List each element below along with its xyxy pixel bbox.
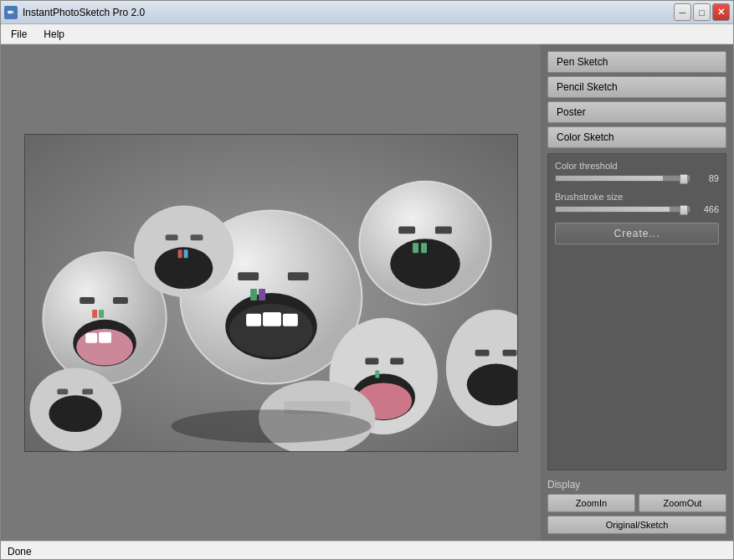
brushstroke-row: Brushstroke size 466 [555, 192, 719, 214]
svg-rect-29 [421, 243, 427, 253]
svg-rect-9 [238, 272, 259, 280]
svg-rect-37 [502, 349, 516, 356]
svg-rect-47 [365, 357, 378, 364]
brushstroke-value: 466 [696, 204, 719, 214]
pencil-sketch-button[interactable]: Pencil Sketch [547, 76, 726, 98]
svg-rect-26 [398, 226, 415, 234]
svg-rect-32 [57, 388, 68, 394]
minimize-button[interactable]: ─ [674, 3, 691, 21]
svg-rect-42 [177, 249, 182, 258]
app-icon: ✏ [4, 6, 18, 19]
zoom-out-button[interactable]: ZoomOut [639, 494, 726, 512]
color-threshold-fill [556, 176, 663, 181]
color-threshold-slider-container: 89 [555, 173, 719, 183]
svg-rect-41 [190, 234, 203, 240]
menu-help[interactable]: Help [37, 27, 71, 42]
color-threshold-thumb[interactable] [680, 174, 688, 184]
status-text: Done [8, 546, 32, 557]
title-bar: ✏ InstantPhotoSketch Pro 2.0 ─ □ ✕ [1, 1, 733, 24]
brushstroke-slider[interactable] [555, 206, 690, 213]
svg-rect-11 [250, 289, 257, 301]
color-threshold-row: Color threshold 89 [555, 161, 719, 183]
close-button[interactable]: ✕ [712, 3, 730, 21]
svg-rect-27 [434, 226, 451, 234]
display-zoom-buttons: ZoomIn ZoomOut [547, 494, 726, 512]
title-bar-buttons: ─ □ ✕ [674, 3, 730, 21]
svg-rect-49 [375, 370, 379, 378]
app-title: InstantPhotoSketch Pro 2.0 [23, 7, 145, 18]
svg-rect-36 [475, 349, 489, 356]
poster-button[interactable]: Poster [547, 101, 726, 123]
color-sketch-button[interactable]: Color Sketch [547, 126, 726, 148]
svg-rect-22 [99, 309, 104, 317]
svg-rect-48 [390, 357, 403, 364]
color-sketch-panel: Color threshold 89 Brushstroke size [547, 153, 726, 470]
brushstroke-slider-container: 466 [555, 204, 719, 214]
svg-rect-33 [82, 388, 93, 394]
title-bar-left: ✏ InstantPhotoSketch Pro 2.0 [4, 6, 145, 19]
svg-rect-43 [183, 249, 187, 258]
svg-rect-6 [246, 313, 261, 326]
create-button[interactable]: Create... [555, 223, 719, 244]
svg-rect-18 [99, 331, 111, 342]
svg-rect-19 [80, 296, 95, 303]
zoom-in-button[interactable]: ZoomIn [547, 494, 635, 512]
svg-point-5 [229, 303, 312, 357]
color-threshold-label: Color threshold [555, 161, 719, 171]
svg-rect-12 [259, 289, 265, 301]
svg-rect-7 [263, 311, 281, 326]
image-container [24, 134, 518, 452]
svg-rect-8 [282, 313, 297, 326]
brushstroke-label: Brushstroke size [555, 192, 719, 202]
svg-rect-10 [287, 272, 308, 280]
robot-scene-svg [25, 135, 517, 451]
svg-rect-21 [92, 309, 97, 317]
svg-rect-17 [85, 332, 97, 342]
canvas-area [1, 44, 541, 541]
svg-rect-28 [413, 243, 418, 253]
color-threshold-value: 89 [696, 173, 719, 183]
display-label: Display [547, 479, 726, 491]
brushstroke-fill [556, 207, 670, 212]
main-area: Pen Sketch Pencil Sketch Poster Color Sk… [1, 44, 733, 541]
menu-file[interactable]: File [4, 27, 33, 42]
display-section: Display ZoomIn ZoomOut Original/Sketch [547, 474, 726, 534]
color-threshold-slider[interactable] [555, 175, 690, 182]
menu-bar: File Help [1, 24, 733, 44]
svg-rect-40 [165, 234, 177, 240]
pen-sketch-button[interactable]: Pen Sketch [547, 51, 726, 73]
original-sketch-button[interactable]: Original/Sketch [547, 516, 726, 534]
svg-point-31 [49, 395, 102, 432]
svg-point-52 [171, 409, 371, 443]
right-panel: Pen Sketch Pencil Sketch Poster Color Sk… [541, 44, 733, 541]
brushstroke-thumb[interactable] [680, 205, 688, 215]
maximize-button[interactable]: □ [693, 3, 711, 21]
status-bar: Done [1, 541, 733, 560]
svg-rect-20 [113, 296, 128, 303]
